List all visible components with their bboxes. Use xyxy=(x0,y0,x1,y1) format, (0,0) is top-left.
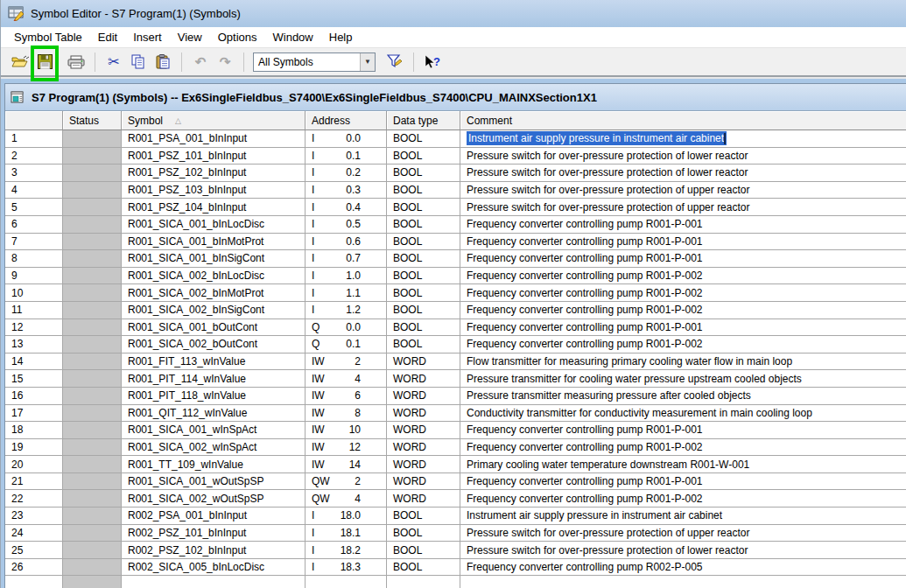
cell-address[interactable]: I18.3 xyxy=(306,559,387,577)
cell-row-number[interactable]: 24 xyxy=(5,525,63,542)
cell-data-type[interactable]: BOOL xyxy=(387,525,460,542)
cell-data-type[interactable]: WORD xyxy=(387,439,460,457)
cell-symbol[interactable]: R001_PSZ_103_bInInput xyxy=(122,182,306,200)
cell-symbol[interactable]: R002_PSZ_101_bInInput xyxy=(122,525,306,542)
cell-data-type[interactable]: WORD xyxy=(387,388,460,405)
header-row-number[interactable] xyxy=(5,111,63,130)
cell-address[interactable]: IW4 xyxy=(306,370,387,388)
cell-address[interactable]: I0.3 xyxy=(306,182,387,200)
cell-address[interactable]: I0.0 xyxy=(306,130,387,148)
cell-row-number[interactable]: 16 xyxy=(5,388,63,405)
symbol-filter-combobox[interactable]: All Symbols ▼ xyxy=(253,52,376,72)
cell-address[interactable]: QW2 xyxy=(306,473,387,491)
cell-symbol[interactable]: R001_PSZ_104_bInInput xyxy=(122,199,306,216)
cell-row-number[interactable]: 8 xyxy=(5,250,63,268)
cell-symbol[interactable]: R001_PSA_001_bInInput xyxy=(122,130,306,148)
header-status[interactable]: Status xyxy=(63,111,122,130)
cell-address[interactable]: I0.5 xyxy=(306,216,387,234)
cell-data-type[interactable]: BOOL xyxy=(387,182,460,200)
cell-symbol[interactable]: R001_TT_109_wInValue xyxy=(122,456,306,473)
menu-symbol-table[interactable]: Symbol Table xyxy=(6,28,90,46)
cell-comment[interactable]: Frequency converter controlling pump R00… xyxy=(460,490,906,508)
cell-address[interactable]: IW10 xyxy=(306,422,387,439)
redo-button[interactable]: ↷ xyxy=(214,52,236,73)
cell-symbol[interactable]: R001_SICA_002_bInLocDisc xyxy=(122,268,306,285)
cell-symbol[interactable]: R001_FIT_113_wInValue xyxy=(122,354,306,371)
print-button[interactable] xyxy=(65,52,88,73)
cell-comment[interactable]: Pressure switch for over-pressure protec… xyxy=(460,525,906,542)
cell-comment[interactable]: Frequency converter controlling pump R00… xyxy=(460,216,906,234)
cell-row-number[interactable]: 6 xyxy=(5,216,63,234)
header-comment[interactable]: Comment xyxy=(460,111,906,130)
cell-data-type[interactable]: BOOL xyxy=(387,268,460,285)
cell-data-type[interactable]: BOOL xyxy=(387,148,460,165)
cell-symbol[interactable]: R001_PIT_118_wInValue xyxy=(122,388,306,405)
cell-address[interactable]: I1.2 xyxy=(306,302,387,319)
cell-row-number[interactable]: 7 xyxy=(5,234,63,251)
cell-symbol[interactable]: R002_PSZ_102_bInInput xyxy=(122,542,306,559)
cell-symbol[interactable]: R001_PIT_114_wInValue xyxy=(122,370,306,388)
cell-row-number[interactable]: 23 xyxy=(5,508,63,525)
cell-comment[interactable]: Instrument air supply pressure in instru… xyxy=(460,508,906,525)
cell-comment[interactable]: Flow transmitter for measuring primary c… xyxy=(460,354,906,371)
cell-symbol[interactable]: R001_PSZ_101_bInInput xyxy=(122,148,306,165)
cell-row-number[interactable]: 10 xyxy=(5,284,63,302)
cell-comment[interactable]: Instrument air supply pressure in instru… xyxy=(460,130,906,148)
cell-comment[interactable]: Frequency converter controlling pump R00… xyxy=(460,234,906,251)
cell-comment[interactable]: Pressure switch for over-pressure protec… xyxy=(460,182,906,200)
cell-data-type[interactable]: WORD xyxy=(387,490,460,508)
cell-comment[interactable]: Frequency converter controlling pump R00… xyxy=(460,439,906,457)
cell-row-number[interactable]: 12 xyxy=(5,319,63,337)
cell-data-type[interactable]: WORD xyxy=(387,473,460,491)
cell-address[interactable]: I1.0 xyxy=(306,268,387,285)
menu-insert[interactable]: Insert xyxy=(125,28,170,46)
cell-symbol[interactable]: R002_SICA_005_bInLocDisc xyxy=(122,559,306,577)
copy-button[interactable] xyxy=(127,52,150,73)
context-help-button[interactable]: ? xyxy=(421,52,444,73)
cell-row-number[interactable]: 15 xyxy=(5,370,63,388)
menu-window[interactable]: Window xyxy=(265,28,321,46)
cell-symbol[interactable]: R001_SICA_002_bOutCont xyxy=(122,336,306,354)
cell-address[interactable]: I1.1 xyxy=(306,284,387,302)
cell-symbol[interactable]: R001_SICA_001_bInLocDisc xyxy=(122,216,306,234)
cell-address[interactable]: IW8 xyxy=(306,405,387,423)
cell-address[interactable]: I18.2 xyxy=(306,542,387,559)
cell-data-type[interactable]: BOOL xyxy=(387,130,460,148)
cell-symbol[interactable]: R001_QIT_112_wInValue xyxy=(122,405,306,423)
cell-address[interactable]: QW4 xyxy=(306,490,387,508)
cell-symbol[interactable]: R001_SICA_002_bInSigCont xyxy=(122,302,306,319)
cell-row-number[interactable]: 26 xyxy=(5,559,63,577)
cell-row-number[interactable]: 17 xyxy=(5,405,63,423)
cell-data-type[interactable]: BOOL xyxy=(387,336,460,354)
cell-address[interactable]: I0.2 xyxy=(306,164,387,182)
cell-data-type[interactable]: BOOL xyxy=(387,508,460,525)
cell-row-number[interactable]: 3 xyxy=(5,164,63,182)
cell-row-number[interactable]: 1 xyxy=(5,130,63,148)
cell-data-type[interactable]: WORD xyxy=(387,354,460,371)
cell-symbol[interactable]: R001_SICA_001_bOutCont xyxy=(122,319,306,337)
cell-symbol[interactable]: R001_SICA_001_bInMotProt xyxy=(122,234,306,251)
save-button[interactable] xyxy=(33,52,56,73)
document-caption[interactable]: S7 Program(1) (Symbols) -- Ex6SingleFiel… xyxy=(5,84,906,111)
cut-button[interactable]: ✂ xyxy=(102,52,125,73)
cell-address[interactable]: Q0.1 xyxy=(306,336,387,354)
cell-comment[interactable]: Pressure transmitter measuring pressure … xyxy=(460,388,906,405)
cell-row-number[interactable]: 5 xyxy=(5,199,63,216)
cell-comment[interactable]: Frequency converter controlling pump R00… xyxy=(460,250,906,268)
cell-row-number[interactable]: 4 xyxy=(5,182,63,200)
cell-comment[interactable]: Frequency converter controlling pump R00… xyxy=(460,284,906,302)
cell-row-number[interactable]: 13 xyxy=(5,336,63,354)
cell-data-type[interactable]: WORD xyxy=(387,422,460,439)
cell-data-type[interactable]: BOOL xyxy=(387,559,460,577)
cell-comment[interactable]: Frequency converter controlling pump R00… xyxy=(460,422,906,439)
cell-comment[interactable]: Conductivity transmitter for conductivit… xyxy=(460,405,906,423)
undo-button[interactable]: ↶ xyxy=(189,52,212,73)
cell-row-number[interactable]: 22 xyxy=(5,490,63,508)
cell-symbol[interactable]: R002_PSA_001_bInInput xyxy=(122,508,306,525)
open-button[interactable] xyxy=(9,52,32,73)
cell-address[interactable]: I0.6 xyxy=(306,234,387,251)
cell-comment[interactable]: Pressure switch for over-pressure protec… xyxy=(460,164,906,182)
cell-data-type[interactable]: BOOL xyxy=(387,284,460,302)
cell-comment[interactable]: Pressure switch for over-pressure protec… xyxy=(460,199,906,216)
cell-data-type[interactable]: BOOL xyxy=(387,319,460,337)
